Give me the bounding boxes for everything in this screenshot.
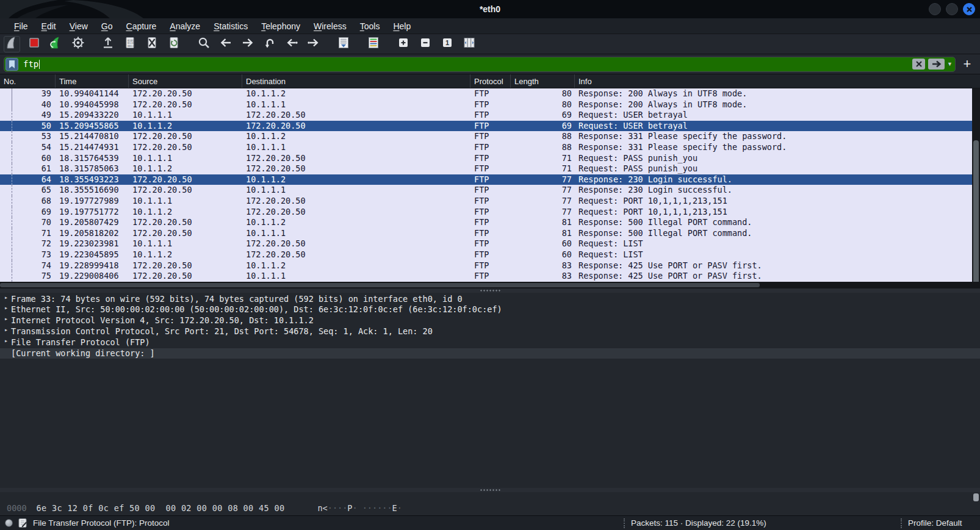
menu-edit[interactable]: Edit: [35, 20, 63, 32]
normal-size-button[interactable]: 1: [439, 36, 455, 52]
close-button[interactable]: [963, 3, 975, 15]
packet-list-vertical-scrollbar[interactable]: [972, 88, 980, 282]
packet-row-72[interactable]: 7219.22302398110.1.1.1172.20.20.50FTP60R…: [0, 238, 980, 249]
packet-row-74[interactable]: 7419.228999418172.20.20.5010.1.1.2FTP83R…: [0, 260, 980, 271]
expand-arrow-icon[interactable]: ▸: [0, 337, 10, 348]
packet-row-64[interactable]: 6418.355493223172.20.20.5010.1.1.2FTP77R…: [0, 174, 980, 185]
packet-row-70[interactable]: 7019.205807429172.20.20.5010.1.1.2FTP81R…: [0, 217, 980, 228]
resize-columns-button[interactable]: [461, 36, 477, 52]
open-file-button[interactable]: [99, 36, 116, 52]
menu-tools[interactable]: Tools: [353, 20, 387, 32]
capture-options-button[interactable]: [70, 36, 86, 52]
detail-row-5[interactable]: [Current working directory: ]: [0, 348, 980, 359]
menu-capture[interactable]: Capture: [120, 20, 164, 32]
minimize-button[interactable]: [929, 3, 941, 15]
filter-bookmark-button[interactable]: [5, 58, 18, 71]
vertical-scrollbar-thumb[interactable]: [973, 140, 979, 287]
packet-cell-dst: 10.1.1.2: [242, 217, 470, 228]
hex-dump-row[interactable]: 0000 6e 3c 12 0f 0c ef 50 00 00 02 00 00…: [0, 503, 402, 514]
stop-capture-icon: [27, 35, 41, 52]
column-header-protocol[interactable]: Protocol: [470, 74, 510, 88]
filter-bar: ftp ▼ +: [0, 54, 980, 74]
display-filter-input[interactable]: ftp ▼: [4, 57, 956, 72]
menu-view[interactable]: View: [63, 20, 95, 32]
packet-row-68[interactable]: 6819.19772798910.1.1.1172.20.20.50FTP77R…: [0, 196, 980, 207]
packet-row-49[interactable]: 4915.20943322010.1.1.1172.20.20.50FTP69R…: [0, 110, 980, 121]
packet-cell-src: 172.20.20.50: [128, 131, 242, 142]
filter-apply-button[interactable]: [928, 59, 945, 70]
menu-telephony[interactable]: Telephony: [254, 20, 307, 32]
packet-row-73[interactable]: 7319.22304589510.1.1.2172.20.20.50FTP60R…: [0, 249, 980, 260]
packet-row-60[interactable]: 6018.31576453910.1.1.1172.20.20.50FTP71R…: [0, 153, 980, 164]
packet-row-71[interactable]: 7119.205818202172.20.20.5010.1.1.1FTP81R…: [0, 228, 980, 239]
packet-row-69[interactable]: 6919.19775177210.1.1.2172.20.20.50FTP77R…: [0, 207, 980, 218]
menu-go[interactable]: Go: [95, 20, 120, 32]
packet-cell-proto: FTP: [470, 217, 510, 228]
column-header-source[interactable]: Source: [128, 74, 242, 88]
capture-comment-icon[interactable]: [18, 518, 28, 528]
detail-row-1[interactable]: ▸Ethernet II, Src: 50:00:00:02:00:00 (50…: [0, 304, 980, 315]
packet-list-horizontal-scrollbar[interactable]: [0, 282, 980, 288]
save-file-button[interactable]: 010101100011: [121, 36, 138, 52]
menu-statistics[interactable]: Statistics: [207, 20, 254, 32]
stop-capture-button[interactable]: [26, 36, 42, 52]
detail-row-2[interactable]: ▸Internet Protocol Version 4, Src: 172.2…: [0, 315, 980, 326]
packet-row-40[interactable]: 4010.994045998172.20.20.5010.1.1.1FTP80R…: [0, 99, 980, 110]
column-header-no[interactable]: No.: [0, 74, 55, 88]
zoom-in-button[interactable]: [395, 36, 411, 52]
packet-cell-time: 18.315785063: [55, 163, 128, 174]
pane-splitter-bottom[interactable]: [0, 488, 980, 492]
filter-clear-button[interactable]: [912, 59, 925, 70]
go-last-button[interactable]: [305, 36, 322, 52]
packet-row-61[interactable]: 6118.31578506310.1.1.2172.20.20.50FTP71R…: [0, 163, 980, 174]
filter-dropdown-button[interactable]: ▼: [947, 61, 953, 67]
menu-wireless[interactable]: Wireless: [307, 20, 353, 32]
packet-cell-info: Request: LIST: [574, 238, 980, 249]
column-header-length[interactable]: Length: [510, 74, 574, 88]
horizontal-scrollbar-thumb[interactable]: [0, 283, 760, 287]
go-to-packet-icon: [262, 35, 277, 52]
menu-analyze[interactable]: Analyze: [163, 20, 207, 32]
detail-row-0[interactable]: ▸Frame 33: 74 bytes on wire (592 bits), …: [0, 294, 980, 305]
packet-row-65[interactable]: 6518.355516690172.20.20.5010.1.1.1FTP77R…: [0, 185, 980, 196]
column-header-destination[interactable]: Destination: [242, 74, 470, 88]
pane-splitter-top[interactable]: [0, 288, 980, 293]
expand-arrow-icon[interactable]: ▸: [0, 326, 10, 337]
go-forward-button[interactable]: [239, 36, 256, 52]
menu-file[interactable]: File: [7, 20, 35, 32]
packet-row-75[interactable]: 7519.229008406172.20.20.5010.1.1.1FTP83R…: [0, 271, 980, 282]
go-to-packet-button[interactable]: [261, 36, 278, 52]
profile-selector[interactable]: Profile: Default: [908, 518, 980, 528]
restart-capture-button[interactable]: [48, 36, 64, 52]
packet-cell-dst: 10.1.1.2: [242, 174, 470, 185]
maximize-button[interactable]: [946, 3, 958, 15]
packet-row-54[interactable]: 5415.214474931172.20.20.5010.1.1.1FTP88R…: [0, 142, 980, 153]
packet-row-50[interactable]: 5015.20945586510.1.1.2172.20.20.50FTP69R…: [0, 121, 980, 132]
column-header-time[interactable]: Time: [55, 74, 128, 88]
packet-row-39[interactable]: 3910.994041144172.20.20.5010.1.1.2FTP80R…: [0, 88, 980, 99]
zoom-out-button[interactable]: [417, 36, 433, 52]
packet-cell-dst: 172.20.20.50: [242, 207, 470, 218]
go-back-button[interactable]: [217, 36, 234, 52]
go-forward-icon: [240, 35, 255, 52]
expand-arrow-icon[interactable]: ▸: [0, 315, 10, 326]
column-header-info[interactable]: Info: [574, 74, 980, 88]
detail-row-3[interactable]: ▸Transmission Control Protocol, Src Port…: [0, 326, 980, 337]
detail-row-4[interactable]: ▸File Transfer Protocol (FTP): [0, 337, 980, 348]
find-packet-button[interactable]: [195, 36, 212, 52]
start-capture-button[interactable]: [4, 36, 20, 52]
menu-help[interactable]: Help: [386, 20, 417, 32]
colorize-button[interactable]: [365, 36, 381, 52]
auto-scroll-button[interactable]: [335, 36, 351, 52]
add-filter-button-plus-icon[interactable]: +: [959, 56, 975, 72]
reload-file-button[interactable]: [165, 36, 182, 52]
packet-row-53[interactable]: 5315.214470810172.20.20.5010.1.1.2FTP88R…: [0, 131, 980, 142]
go-first-button[interactable]: [283, 36, 300, 52]
bytes-pane-scrollbar-thumb[interactable]: [973, 493, 979, 501]
expert-info-icon[interactable]: [5, 519, 13, 527]
packet-cell-time: 19.205818202: [55, 228, 128, 239]
close-file-button[interactable]: [143, 36, 160, 52]
packet-cell-info: Response: 425 Use PORT or PASV first.: [574, 271, 980, 282]
expand-arrow-icon[interactable]: ▸: [0, 304, 10, 315]
expand-arrow-icon[interactable]: ▸: [0, 294, 10, 305]
